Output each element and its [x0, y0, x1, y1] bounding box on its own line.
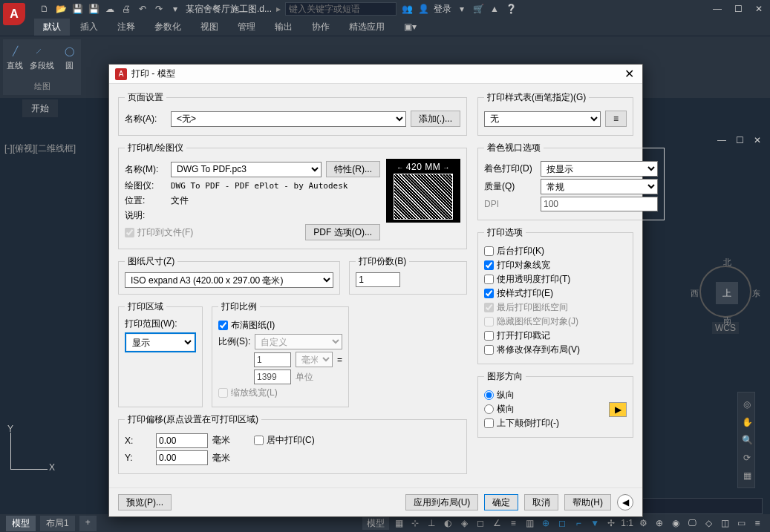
viewcube-top[interactable]: 上 [716, 282, 738, 304]
page-name-select[interactable]: <无> [171, 111, 406, 127]
quality-select[interactable]: 常规 [541, 179, 658, 194]
tab-view[interactable]: 视图 [192, 19, 227, 36]
layout-tab-layout1[interactable]: 布局1 [40, 516, 75, 531]
tab-insert[interactable]: 插入 [71, 19, 107, 36]
ok-button[interactable]: 确定 [484, 494, 518, 510]
tab-featured[interactable]: 精选应用 [340, 19, 394, 36]
login-dropdown-icon[interactable]: ▾ [456, 3, 468, 15]
style-edit-button[interactable]: ≡ [605, 111, 627, 127]
save-icon[interactable]: 💾 [71, 3, 83, 15]
status-annoscale-icon[interactable]: ⊕ [653, 516, 666, 530]
undo-icon[interactable]: ↶ [137, 3, 149, 15]
status-lineweight-icon[interactable]: ≡ [506, 516, 520, 530]
styles-check[interactable]: 按样式打印(E) [484, 287, 627, 300]
dialog-titlebar[interactable]: A 打印 - 模型 ✕ [109, 65, 642, 84]
help-button[interactable]: 帮助(H) [564, 494, 611, 510]
plot-what-select[interactable]: 显示 [127, 335, 194, 350]
status-gear-icon[interactable]: ⚙ [636, 516, 650, 530]
save-layout-check[interactable]: 将修改保存到布局(V) [484, 344, 627, 356]
viewcube-north[interactable]: 北 [723, 257, 731, 268]
line-icon[interactable]: ╱ [6, 42, 24, 60]
cloud-icon[interactable]: ☁ [104, 3, 116, 15]
printer-props-button[interactable]: 特性(R)... [326, 161, 380, 177]
status-hw-icon[interactable]: ◇ [702, 516, 715, 530]
doc-tab-start[interactable]: 开始 [22, 99, 58, 117]
plot-icon[interactable]: 🖨 [120, 3, 132, 15]
style-table-select[interactable]: 无 [484, 111, 601, 127]
viewcube-east[interactable]: 东 [752, 288, 760, 299]
viewcube[interactable]: 上 北 东 南 西 WCS [696, 266, 755, 355]
search-input[interactable] [285, 2, 397, 16]
landscape-radio[interactable]: 横向 [484, 403, 603, 416]
doc-minimize-button[interactable]: — [715, 134, 728, 147]
nav-wheel-icon[interactable]: ◎ [738, 395, 756, 413]
status-scale-label[interactable]: 1:1 [621, 518, 633, 528]
doc-maximize-button[interactable]: ☐ [733, 134, 746, 147]
status-3dosnap-icon[interactable]: ◻ [555, 516, 569, 530]
status-dynucs-icon[interactable]: ⌐ [572, 516, 585, 530]
transparency-check[interactable]: 使用透明度打印(T) [484, 273, 627, 286]
doc-close-button[interactable]: ✕ [751, 134, 764, 147]
status-isolate-icon[interactable]: ◫ [718, 516, 731, 530]
status-model-button[interactable]: 模型 [362, 516, 389, 530]
x-input[interactable] [156, 433, 208, 448]
status-workspace-icon[interactable]: ◉ [669, 516, 682, 530]
status-iso-icon[interactable]: ◈ [457, 516, 471, 530]
layout-tab-model[interactable]: 模型 [6, 516, 36, 531]
status-clean-icon[interactable]: ▭ [734, 516, 748, 530]
status-cycle-icon[interactable]: ⊕ [539, 516, 552, 530]
bg-plot-check[interactable]: 后台打印(K) [484, 245, 627, 257]
redo-icon[interactable]: ↷ [153, 3, 165, 15]
status-monitor-icon[interactable]: 🖵 [685, 516, 699, 530]
status-snap-icon[interactable]: ⊹ [408, 516, 422, 530]
status-custom-icon[interactable]: ≡ [751, 516, 764, 530]
view-label[interactable]: [-][俯视][二维线框] [4, 142, 76, 155]
tab-output[interactable]: 输出 [266, 19, 301, 36]
apply-layout-button[interactable]: 应用到布局(U) [405, 494, 479, 510]
stamp-check[interactable]: 打开打印戳记 [484, 329, 627, 342]
xref-icon[interactable]: 👥 [401, 3, 413, 15]
viewcube-west[interactable]: 西 [691, 288, 699, 299]
tab-parametric[interactable]: 参数化 [146, 19, 190, 36]
copies-input[interactable] [356, 272, 400, 287]
open-icon[interactable]: 📂 [55, 3, 67, 15]
status-osnap-icon[interactable]: ◻ [474, 516, 487, 530]
page-add-button[interactable]: 添加(.)... [411, 111, 460, 127]
tab-expand[interactable]: ▣▾ [395, 19, 425, 34]
maximize-button[interactable]: ☐ [731, 2, 745, 16]
tab-annotate[interactable]: 注释 [108, 19, 144, 36]
status-otrack-icon[interactable]: ∠ [490, 516, 503, 530]
dialog-close-button[interactable]: ✕ [621, 67, 636, 82]
layout-tab-add[interactable]: + [79, 516, 97, 531]
lw-check[interactable]: 打印对象线宽 [484, 259, 627, 272]
fit-to-paper-check[interactable]: 布满图纸(I) [218, 319, 342, 332]
portrait-radio[interactable]: 纵向 [484, 389, 603, 401]
status-grid-icon[interactable]: ▦ [392, 516, 405, 530]
tab-manage[interactable]: 管理 [229, 19, 264, 36]
nav-pan-icon[interactable]: ✋ [738, 413, 756, 431]
status-polar-icon[interactable]: ◐ [441, 516, 454, 530]
status-filter-icon[interactable]: ▼ [588, 516, 601, 530]
tab-default[interactable]: 默认 [34, 19, 70, 36]
y-input[interactable] [156, 450, 208, 465]
upside-check[interactable]: 上下颠倒打印(-) [484, 417, 603, 430]
cancel-button[interactable]: 取消 [524, 494, 558, 510]
pdf-options-button[interactable]: PDF 选项(O)... [305, 224, 380, 240]
printer-name-select[interactable]: DWG To PDF.pc3 [171, 162, 322, 177]
minimize-button[interactable]: — [711, 2, 724, 16]
status-gizmo-icon[interactable]: ✢ [604, 516, 618, 530]
polyline-icon[interactable]: ⟋ [30, 42, 48, 60]
tab-collaborate[interactable]: 协作 [303, 19, 339, 36]
status-transparency-icon[interactable]: ▥ [523, 516, 536, 530]
circle-icon[interactable]: ◯ [60, 42, 78, 60]
paper-size-select[interactable]: ISO expand A3 (420.00 x 297.00 毫米) [125, 272, 333, 288]
nav-zoom-icon[interactable]: 🔍 [738, 431, 756, 449]
collapse-button[interactable]: ◀ [617, 494, 633, 510]
viewcube-south[interactable]: 南 [723, 315, 731, 326]
close-button[interactable]: ✕ [752, 2, 766, 16]
a360-icon[interactable]: ▲ [489, 3, 500, 15]
qat-dropdown-icon[interactable]: ▾ [169, 3, 181, 15]
shade-select[interactable]: 按显示 [541, 161, 658, 177]
preview-button[interactable]: 预览(P)... [118, 494, 172, 510]
center-plot-check[interactable]: 居中打印(C) [254, 434, 315, 447]
